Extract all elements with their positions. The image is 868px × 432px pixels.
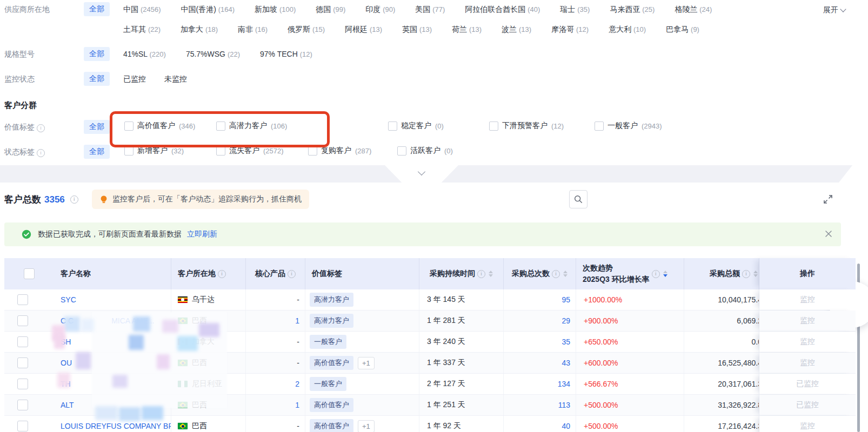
purchase-amount: 10,040,175.4 <box>718 295 759 304</box>
customer-name-link[interactable]: OU <box>61 359 72 367</box>
filter-option[interactable]: 俄罗斯 (15) <box>288 25 325 35</box>
row-checkbox[interactable] <box>17 357 28 368</box>
filter-option[interactable]: 阿根廷 (13) <box>345 25 382 35</box>
column-header-trend[interactable]: 次数趋势2025Q3 环比增长率i <box>576 258 684 289</box>
purchase-count-link[interactable]: 134 <box>558 380 570 388</box>
monitor-action[interactable]: 监控 <box>800 337 815 347</box>
filter-option[interactable]: 阿拉伯联合酋长国 (40) <box>465 5 540 15</box>
filter-option[interactable]: 75.7%WSG (22) <box>186 50 240 58</box>
filter-option[interactable]: 瑞士 (35) <box>560 5 590 15</box>
filter-option[interactable]: 德国 (99) <box>316 5 345 15</box>
purchase-duration: 1 年 337 天 <box>427 358 465 368</box>
filter-option[interactable]: 英国 (13) <box>402 25 432 35</box>
filter-option[interactable]: 摩洛哥 (12) <box>551 25 589 35</box>
checkbox-filter-option[interactable]: 稳定客户(0) <box>388 121 444 131</box>
info-circle-icon[interactable]: i <box>37 124 45 132</box>
monitor-action[interactable]: 监控 <box>800 421 815 431</box>
checkbox-filter-option[interactable]: 复购客户(287) <box>308 146 371 156</box>
row-checkbox[interactable] <box>17 294 28 305</box>
status-tag-all-chip[interactable]: 全部 <box>84 145 110 159</box>
filter-option[interactable]: 97% TECH (12) <box>260 50 312 58</box>
sort-arrows-icon[interactable] <box>563 271 567 277</box>
refresh-now-link[interactable]: 立即刷新 <box>187 230 217 239</box>
filter-option[interactable]: 土耳其 (22) <box>123 25 161 35</box>
purchase-count-link[interactable]: 40 <box>562 422 570 430</box>
checkbox[interactable] <box>308 146 317 156</box>
checkbox[interactable] <box>216 122 225 131</box>
row-checkbox[interactable] <box>17 336 28 347</box>
select-all-checkbox[interactable] <box>24 268 35 279</box>
value-tag-all-chip[interactable]: 全部 <box>84 120 110 134</box>
core-product-link[interactable]: 1 <box>295 401 299 409</box>
purchase-count-link[interactable]: 29 <box>562 316 570 325</box>
checkbox[interactable] <box>595 122 604 131</box>
column-header[interactable]: 采购总额i <box>684 258 759 289</box>
filter-option[interactable]: 美国 (77) <box>415 5 445 15</box>
filter-option[interactable]: 已监控 <box>123 75 146 84</box>
checkbox[interactable] <box>388 122 397 131</box>
filter-option[interactable]: 未监控 <box>164 75 187 84</box>
row-checkbox[interactable] <box>17 421 28 431</box>
checkbox[interactable] <box>124 122 133 131</box>
search-button[interactable] <box>569 190 587 208</box>
info-circle-icon[interactable]: i <box>37 149 45 157</box>
monitor-action[interactable]: 监控 <box>800 316 815 326</box>
spec-model-all-chip[interactable]: 全部 <box>84 47 110 61</box>
checkbox-filter-option[interactable]: 活跃客户(0) <box>397 146 453 156</box>
checkbox-filter-option[interactable]: 流失客户(2572) <box>216 146 284 156</box>
checkbox-filter-option[interactable]: 高潜力客户(106) <box>216 121 287 131</box>
customer-name-link[interactable]: SYC <box>61 295 76 304</box>
row-checkbox[interactable] <box>17 315 28 326</box>
checkbox-filter-option[interactable]: 下滑预警客户(12) <box>489 121 564 131</box>
purchase-count-link[interactable]: 43 <box>562 359 570 367</box>
core-product-link[interactable]: 1 <box>295 316 299 325</box>
filter-option[interactable]: 新加坡 (100) <box>255 5 296 15</box>
row-checkbox[interactable] <box>17 379 28 389</box>
fullscreen-expand-icon <box>823 194 833 205</box>
filter-option[interactable]: 波兰 (13) <box>502 25 531 35</box>
checkbox[interactable] <box>124 146 133 156</box>
monitor-action[interactable]: 监控 <box>800 295 815 305</box>
filter-option[interactable]: 格陵兰 (24) <box>675 5 712 15</box>
customer-name-link[interactable]: MICA AME... <box>111 316 154 325</box>
monitor-action[interactable]: 监控 <box>800 358 815 368</box>
filter-option[interactable]: 马来西亚 (25) <box>610 5 655 15</box>
customer-name-link[interactable]: ALT <box>61 401 74 409</box>
monitor-status-all-chip[interactable]: 全部 <box>84 72 110 86</box>
filter-option[interactable]: 南非 (16) <box>238 25 268 35</box>
column-header[interactable]: 采购总次数i <box>504 258 576 289</box>
core-product-link[interactable]: 2 <box>295 380 299 388</box>
customer-name-link[interactable]: TH <box>61 380 71 388</box>
sort-arrows-icon[interactable] <box>663 271 667 277</box>
purchase-count-link[interactable]: 113 <box>558 401 570 409</box>
customer-name-link[interactable]: SH <box>61 338 71 346</box>
filter-option[interactable]: 巴拿马 (9) <box>666 25 699 35</box>
sort-arrows-icon[interactable] <box>753 271 758 277</box>
checkbox-filter-option[interactable]: 新增客户(32) <box>124 146 184 156</box>
filter-option[interactable]: 加拿大 (18) <box>181 25 218 35</box>
customer-name-link[interactable]: LOUIS DREYFUS COMPANY BRASIL... <box>61 422 171 430</box>
sort-arrows-icon[interactable] <box>489 271 493 277</box>
checkbox-filter-option[interactable]: 一般客户(2943) <box>595 121 662 131</box>
filter-option[interactable]: 荷兰 (13) <box>452 25 482 35</box>
customer-name-link[interactable]: C C <box>61 316 74 325</box>
filter-option[interactable]: 意大利 (10) <box>609 25 646 35</box>
collapse-filters-button[interactable] <box>385 165 458 183</box>
purchase-count-link[interactable]: 95 <box>562 295 570 304</box>
checkbox[interactable] <box>397 146 406 156</box>
checkbox[interactable] <box>489 122 498 131</box>
column-header[interactable]: 采购持续时间i <box>419 258 504 289</box>
info-circle-icon[interactable]: i <box>70 195 78 204</box>
checkbox[interactable] <box>216 146 225 156</box>
filter-option[interactable]: 中国(香港) (164) <box>181 5 235 15</box>
fullscreen-button[interactable] <box>823 194 833 205</box>
filter-option[interactable]: 中国 (2456) <box>123 5 161 15</box>
supplier-location-all-chip[interactable]: 全部 <box>84 2 110 16</box>
checkbox-filter-option[interactable]: 高价值客户(346) <box>124 121 195 131</box>
expand-toggle[interactable]: 展开 <box>823 5 845 15</box>
filter-option[interactable]: 41%SL (220) <box>123 50 166 58</box>
purchase-count-link[interactable]: 35 <box>562 338 570 346</box>
close-icon[interactable] <box>825 230 832 238</box>
row-checkbox[interactable] <box>17 400 28 410</box>
filter-option[interactable]: 印度 (90) <box>365 5 395 15</box>
